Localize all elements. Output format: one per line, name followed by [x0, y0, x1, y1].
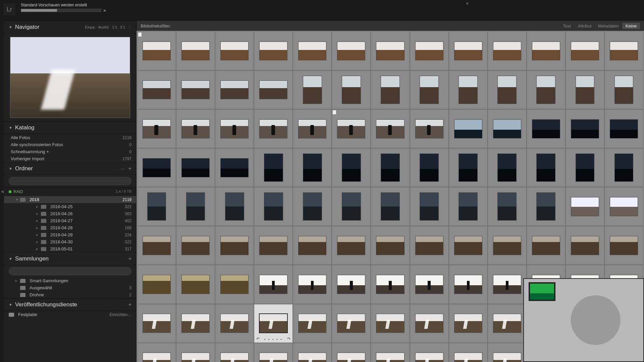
disclosure-icon[interactable]: ▸ [36, 212, 41, 216]
catalog-item[interactable]: Vorheriger Import1797 [4, 155, 136, 162]
folder-root[interactable]: ▼20182119 [4, 196, 136, 203]
thumbnail-cell[interactable] [215, 343, 254, 362]
thumbnail-cell[interactable] [527, 148, 566, 187]
thumbnail-cell[interactable] [215, 187, 254, 226]
thumbnail-cell[interactable] [332, 187, 371, 226]
thumbnail-cell[interactable] [488, 265, 527, 304]
thumbnail-cell[interactable] [371, 226, 410, 265]
thumbnail-cell[interactable] [488, 304, 527, 343]
thumbnail-cell[interactable] [410, 265, 449, 304]
thumbnail-cell[interactable] [449, 226, 488, 265]
thumbnail-cell[interactable] [488, 109, 527, 148]
thumbnail-cell[interactable] [527, 32, 566, 70]
thumbnail-cell[interactable] [215, 32, 254, 70]
thumbnail-cell[interactable] [332, 32, 371, 70]
collection-item[interactable]: Drohne2 [4, 291, 136, 298]
module-picker-arrow[interactable]: ▲ [465, 0, 470, 5]
catalog-header[interactable]: ▼ Katalog [4, 121, 136, 134]
thumbnail-cell[interactable] [215, 304, 254, 343]
thumbnail-cell[interactable] [488, 187, 527, 226]
thumbnail-cell[interactable] [176, 265, 215, 304]
publish-hdd-row[interactable]: Festplatte Einrichten… [4, 311, 136, 318]
thumbnail-cell[interactable] [176, 226, 215, 265]
catalog-item[interactable]: Alle synchronisierten Fotos0 [4, 141, 136, 148]
zoom-ratio[interactable]: 3:1 [120, 25, 125, 29]
thumbnail-cell[interactable] [293, 70, 332, 109]
thumbnail-cell[interactable] [410, 148, 449, 187]
thumbnail-cell[interactable] [604, 187, 643, 226]
thumbnail-cell[interactable] [488, 32, 527, 70]
thumbnail-cell[interactable] [254, 265, 293, 304]
folder-search-input[interactable] [9, 177, 131, 185]
thumbnail-cell[interactable] [371, 187, 410, 226]
thumbnail-cell[interactable] [332, 304, 371, 343]
disclosure-icon[interactable]: ▼ [15, 198, 20, 201]
thumbnail-cell[interactable] [332, 148, 371, 187]
thumbnail-cell[interactable] [332, 70, 371, 109]
thumbnail-cell[interactable] [449, 265, 488, 304]
folder-item[interactable]: ▸2018-04-26363 [4, 210, 136, 217]
thumbnail-cell[interactable] [410, 187, 449, 226]
thumbnail-cell[interactable] [137, 304, 176, 343]
thumbnail-cell[interactable] [176, 32, 215, 70]
thumbnail-cell[interactable] [604, 70, 643, 109]
navigator-preview[interactable] [10, 37, 130, 118]
thumbnail-cell[interactable] [293, 226, 332, 265]
thumbnail-cell[interactable] [293, 187, 332, 226]
thumbnail-cell[interactable] [449, 70, 488, 109]
thumbnail-cell[interactable] [410, 109, 449, 148]
folders-plus[interactable]: + [128, 166, 131, 172]
thumbnail-cell[interactable] [215, 70, 254, 109]
filter-tab-metadata[interactable]: Metadaten [595, 23, 622, 28]
publish-hdd-action[interactable]: Einrichten… [110, 312, 131, 317]
thumbnail-cell[interactable]: ↶↷• • • • • [254, 304, 293, 343]
thumbnail-cell[interactable] [566, 148, 604, 187]
catalog-item[interactable]: Schnellsammlung +0 [4, 148, 136, 155]
thumbnail-cell[interactable] [137, 32, 176, 70]
thumbnail-cell[interactable] [137, 265, 176, 304]
publish-plus[interactable]: + [128, 302, 131, 308]
thumbnail-cell[interactable] [176, 187, 215, 226]
disclosure-icon[interactable]: ▸ [36, 219, 41, 223]
filter-tab-attribute[interactable]: Attribut [574, 23, 595, 28]
thumbnail-cell[interactable] [449, 109, 488, 148]
disclosure-icon[interactable]: ▸ [36, 233, 41, 237]
thumbnail-cell[interactable] [254, 32, 293, 70]
thumbnail-cell[interactable] [488, 343, 527, 362]
thumbnail-cell[interactable] [137, 109, 176, 148]
thumbnail-cell[interactable] [527, 70, 566, 109]
thumbnail-cell[interactable] [215, 265, 254, 304]
thumbnail-cell[interactable] [371, 343, 410, 362]
thumbnail-cell[interactable] [137, 70, 176, 109]
thumbnail-cell[interactable] [488, 148, 527, 187]
thumbnail-cell[interactable] [566, 70, 604, 109]
zoom-menu-icon[interactable]: ⋮ [128, 25, 131, 29]
thumbnail-cell[interactable] [215, 148, 254, 187]
thumbnail-cell[interactable] [527, 109, 566, 148]
thumbnail-cell[interactable] [410, 343, 449, 362]
thumbnail-cell[interactable] [371, 265, 410, 304]
thumbnail-cell[interactable] [527, 187, 566, 226]
thumbnail-cell[interactable] [566, 226, 604, 265]
thumbnail-cell[interactable] [176, 304, 215, 343]
volume-row[interactable]: RAID 2,4 / 8 TB [4, 187, 136, 196]
collection-item[interactable]: Ausgewählt3 [4, 284, 136, 291]
folder-item[interactable]: ▸2018-04-25322 [4, 203, 136, 210]
thumbnail-cell[interactable] [332, 226, 371, 265]
thumbnail-cell[interactable] [332, 343, 371, 362]
collections-header[interactable]: ▼ Sammlungen + [4, 252, 136, 265]
thumbnail-cell[interactable] [604, 148, 643, 187]
zoom-1to1[interactable]: 1:1 [112, 25, 117, 29]
thumbnail-cell[interactable] [449, 304, 488, 343]
thumbnail-cell[interactable] [137, 343, 176, 362]
rating-dots[interactable]: • • • • • [254, 338, 292, 341]
thumbnail-cell[interactable] [410, 304, 449, 343]
thumbnail-cell[interactable] [293, 265, 332, 304]
filter-tab-none[interactable]: Keine [622, 23, 640, 29]
thumbnail-cell[interactable] [604, 32, 643, 70]
thumbnail-cell[interactable] [488, 70, 527, 109]
thumbnail-cell[interactable] [566, 109, 604, 148]
thumbnail-cell[interactable] [604, 226, 643, 265]
thumbnail-cell[interactable] [293, 32, 332, 70]
thumbnail-cell[interactable] [137, 226, 176, 265]
